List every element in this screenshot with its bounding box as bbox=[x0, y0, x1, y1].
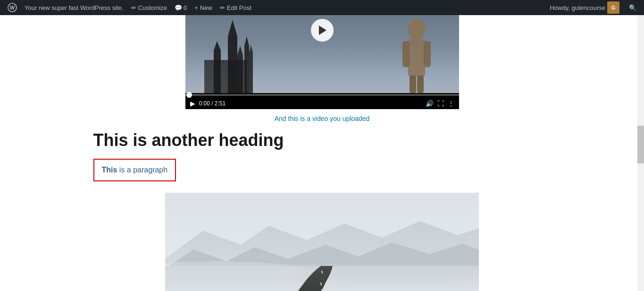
comments-link[interactable]: 💬 0 bbox=[171, 0, 191, 15]
svg-point-13 bbox=[408, 19, 425, 40]
svg-rect-11 bbox=[249, 53, 253, 93]
edit-icon: ✏ bbox=[220, 4, 225, 11]
volume-icon[interactable]: 🔊 bbox=[426, 100, 434, 107]
svg-rect-18 bbox=[417, 76, 424, 93]
figure-silhouette bbox=[388, 15, 445, 93]
comment-icon: 💬 bbox=[175, 4, 182, 11]
user-avatar: G bbox=[607, 1, 619, 14]
admin-bar-right: Howdy, gutencourse G 🔍 bbox=[546, 0, 640, 15]
progress-indicator bbox=[186, 92, 192, 98]
svg-marker-5 bbox=[214, 41, 221, 51]
svg-marker-10 bbox=[244, 36, 249, 46]
svg-text:W: W bbox=[10, 5, 15, 10]
progress-bar[interactable] bbox=[185, 94, 459, 96]
new-link[interactable]: + New bbox=[191, 0, 216, 15]
page-wrapper: ▶ 0:00 / 2:51 🔊 ⛶ ⋮ And this is a video … bbox=[0, 15, 644, 291]
svg-point-24 bbox=[316, 267, 479, 284]
paragraph-rest: is a paragraph bbox=[117, 166, 167, 174]
road-image bbox=[165, 193, 479, 291]
time-display: 0:00 / 2:51 bbox=[199, 100, 226, 107]
video-container: ▶ 0:00 / 2:51 🔊 ⛶ ⋮ bbox=[185, 15, 459, 109]
controls-right: 🔊 ⛶ ⋮ bbox=[426, 100, 454, 107]
admin-bar: W Your new super fast WordPress site. ✏ … bbox=[0, 0, 644, 15]
svg-rect-17 bbox=[410, 76, 416, 93]
site-name-text: Your new super fast WordPress site. bbox=[25, 4, 124, 11]
svg-marker-7 bbox=[237, 46, 243, 55]
edit-post-link[interactable]: ✏ Edit Post bbox=[216, 0, 255, 15]
svg-rect-9 bbox=[244, 46, 249, 93]
svg-marker-3 bbox=[228, 20, 237, 36]
howdy-link[interactable]: Howdy, gutencourse G bbox=[546, 0, 623, 15]
road-svg bbox=[165, 193, 479, 291]
fullscreen-icon[interactable]: ⛶ bbox=[437, 100, 444, 107]
search-icon: 🔍 bbox=[629, 4, 636, 11]
svg-rect-14 bbox=[408, 39, 425, 77]
scrollbar-track bbox=[637, 15, 644, 291]
svg-rect-15 bbox=[402, 41, 410, 67]
video-thumbnail bbox=[185, 15, 459, 93]
svg-marker-12 bbox=[249, 45, 253, 53]
video-caption: And this is a video you uploaded bbox=[93, 115, 551, 122]
svg-rect-16 bbox=[424, 41, 431, 67]
video-controls: ▶ 0:00 / 2:51 🔊 ⛶ ⋮ bbox=[185, 98, 459, 109]
content-area: ▶ 0:00 / 2:51 🔊 ⛶ ⋮ And this is a video … bbox=[84, 15, 560, 291]
play-icon bbox=[319, 26, 326, 35]
more-options-icon[interactable]: ⋮ bbox=[448, 100, 454, 107]
site-name-link[interactable]: Your new super fast WordPress site. bbox=[21, 0, 127, 15]
search-button[interactable]: 🔍 bbox=[625, 0, 640, 15]
scrollbar-thumb[interactable] bbox=[637, 126, 644, 163]
pencil-icon: ✏ bbox=[131, 4, 136, 11]
wp-logo-icon: W bbox=[8, 3, 17, 12]
highlighted-paragraph: This is a paragraph bbox=[93, 159, 176, 181]
play-pause-icon[interactable]: ▶ bbox=[190, 100, 195, 107]
wp-logo-link[interactable]: W bbox=[4, 0, 21, 15]
play-button[interactable] bbox=[311, 19, 334, 42]
video-controls-bar: ▶ 0:00 / 2:51 🔊 ⛶ ⋮ bbox=[185, 94, 459, 109]
customize-link[interactable]: ✏ Customize bbox=[127, 0, 171, 15]
svg-rect-8 bbox=[204, 60, 247, 93]
post-heading: This is another heading bbox=[93, 130, 551, 150]
cathedral-silhouette bbox=[200, 17, 303, 93]
paragraph-bold-word: This bbox=[102, 166, 117, 174]
plus-icon: + bbox=[194, 4, 198, 11]
